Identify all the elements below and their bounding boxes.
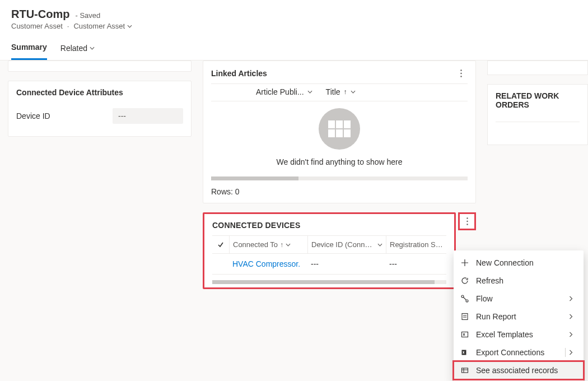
scrollbar-thumb[interactable] <box>212 280 435 284</box>
tab-related-label: Related <box>60 44 87 53</box>
column-device-id[interactable]: Device ID (Connecte... <box>307 236 386 253</box>
column-registration-status-label: Registration Status (Connecte <box>390 240 443 249</box>
refresh-icon <box>460 276 469 285</box>
connected-device-attributes-card: Connected Device Attributes Device ID --… <box>8 81 192 137</box>
menu-label: Refresh <box>476 276 577 285</box>
chevron-right-icon <box>569 350 577 355</box>
report-icon <box>460 312 469 321</box>
row-device-id: --- <box>307 259 386 268</box>
svg-point-6 <box>461 295 464 298</box>
column-title-label: Title <box>326 87 340 96</box>
svg-point-2 <box>460 76 461 77</box>
flow-icon <box>460 294 469 303</box>
svg-point-1 <box>460 73 461 74</box>
page-header: RTU-Comp - Saved Customer Asset · Custom… <box>0 0 588 61</box>
connected-devices-more-button[interactable] <box>458 212 476 230</box>
tab-summary-label: Summary <box>11 43 47 52</box>
device-id-label: Device ID <box>16 111 106 120</box>
linked-articles-title: Linked Articles <box>211 69 267 78</box>
scrollbar-thumb[interactable] <box>211 176 298 180</box>
horizontal-scrollbar[interactable] <box>211 176 468 180</box>
chevron-down-icon <box>307 90 312 94</box>
menu-refresh[interactable]: Refresh <box>454 272 584 290</box>
form-selector-label: Customer Asset <box>73 22 125 30</box>
device-id-field[interactable]: --- <box>113 108 183 124</box>
menu-see-associated-records[interactable]: See associated records <box>454 361 584 379</box>
column-article-publi[interactable]: Article Publi... <box>256 87 312 96</box>
menu-flow[interactable]: Flow <box>454 290 584 308</box>
card-stub-top <box>8 61 192 72</box>
linked-articles-card: Linked Articles Article Publi... Title ↑ <box>203 61 476 203</box>
checkmark-icon <box>217 241 224 248</box>
entity-label: Customer Asset <box>11 22 63 30</box>
svg-rect-8 <box>462 314 468 320</box>
excel-icon <box>460 330 469 339</box>
table-row[interactable]: HVAC Compressor. --- --- <box>212 254 446 275</box>
column-registration-status[interactable]: Registration Status (Connecte <box>386 236 446 253</box>
chevron-right-icon <box>569 314 577 319</box>
menu-label: Run Report <box>476 312 562 321</box>
connected-devices-card: CONNECTED DEVICES Connected To ↑ Device … <box>203 212 456 289</box>
chevron-down-icon <box>127 25 132 28</box>
separator-dot: · <box>67 22 69 30</box>
menu-label: Export Connections <box>476 348 558 357</box>
tab-summary[interactable]: Summary <box>11 39 47 60</box>
connected-to-link[interactable]: HVAC Compressor. <box>229 259 307 268</box>
tab-related[interactable]: Related <box>60 39 95 60</box>
column-device-id-label: Device ID (Connecte... <box>311 240 375 249</box>
excel-export-icon <box>460 348 469 357</box>
svg-point-3 <box>466 217 468 219</box>
record-title: RTU-Comp <box>11 8 69 21</box>
related-work-orders-title: RELATED WORK ORDERS <box>488 85 587 111</box>
column-connected-to[interactable]: Connected To ↑ <box>229 236 307 253</box>
svg-rect-10 <box>462 350 466 355</box>
menu-label: See associated records <box>476 366 577 375</box>
column-connected-to-label: Connected To <box>233 240 278 249</box>
menu-label: Excel Templates <box>476 330 562 339</box>
plus-icon <box>460 258 469 267</box>
context-menu: New Connection Refresh Flow Run Report E… <box>454 250 584 381</box>
empty-grid-icon <box>319 108 360 150</box>
row-registration-status: --- <box>386 259 446 268</box>
chevron-down-icon <box>90 47 95 50</box>
sort-ascending-icon: ↑ <box>280 241 283 249</box>
column-select-all[interactable] <box>212 237 229 253</box>
chevron-right-icon <box>569 332 577 337</box>
form-selector[interactable]: Customer Asset <box>73 22 132 30</box>
connected-devices-title: CONNECTED DEVICES <box>204 214 454 235</box>
rows-count: Rows: 0 <box>203 180 475 203</box>
chevron-down-icon <box>377 243 382 247</box>
svg-rect-9 <box>462 332 468 337</box>
chevron-down-icon <box>351 90 356 94</box>
empty-message: We didn't find anything to show here <box>203 157 475 166</box>
svg-point-7 <box>466 300 468 302</box>
divider <box>496 122 580 122</box>
menu-label: New Connection <box>476 258 577 267</box>
records-icon <box>460 366 469 375</box>
saved-indicator: - Saved <box>75 11 100 20</box>
chevron-right-icon <box>569 296 577 301</box>
menu-export-connections[interactable]: Export Connections <box>454 343 584 361</box>
menu-new-connection[interactable]: New Connection <box>454 254 584 272</box>
svg-point-5 <box>466 224 468 225</box>
svg-point-0 <box>460 69 461 71</box>
vertical-ellipsis-icon <box>460 69 462 77</box>
menu-excel-templates[interactable]: Excel Templates <box>454 326 584 343</box>
svg-rect-11 <box>462 368 468 373</box>
related-work-orders-card: RELATED WORK ORDERS <box>487 84 588 145</box>
menu-label: Flow <box>476 294 562 303</box>
horizontal-scrollbar[interactable] <box>212 280 446 284</box>
vertical-ellipsis-icon <box>466 217 468 225</box>
linked-articles-more-button[interactable] <box>454 67 468 80</box>
sort-ascending-icon: ↑ <box>344 88 347 96</box>
card-stub-right <box>487 61 588 75</box>
column-article-publi-label: Article Publi... <box>256 87 304 96</box>
divider <box>565 348 566 357</box>
column-title[interactable]: Title ↑ <box>326 87 356 96</box>
card-title: Connected Device Attributes <box>8 81 191 101</box>
chevron-down-icon <box>286 243 291 247</box>
svg-point-4 <box>466 221 468 222</box>
menu-run-report[interactable]: Run Report <box>454 308 584 326</box>
